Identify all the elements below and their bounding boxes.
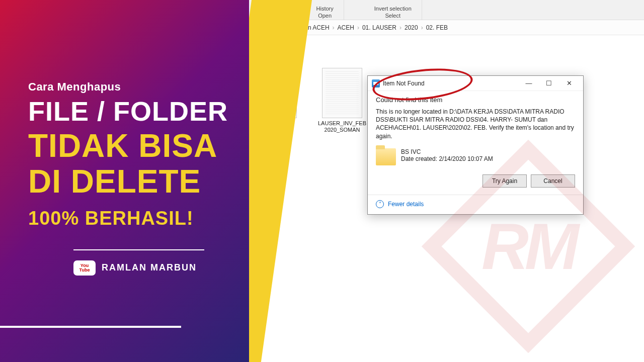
overlay-underline [0,326,181,328]
ribbon-invert-label: Invert selection [374,6,412,12]
ribbon-group-open: History Open [306,0,344,20]
dialog-detail: This is no longer located in D:\DATA KER… [376,108,575,140]
overlay-divider [73,249,204,250]
breadcrumb-item[interactable]: 01. LAUSER [362,24,396,31]
thumbnail-overlay: Cara Menghapus FILE / FOLDER TIDAK BISA … [0,0,249,362]
fewer-details-toggle[interactable]: ˄ Fewer details [368,195,583,214]
ribbon-history-label: History [316,6,334,12]
folder-icon [376,148,396,165]
chevron-right-icon: › [357,24,359,31]
overlay-line-2a: TIDAK BISA [28,130,229,162]
overlay-pretitle: Cara Menghapus [28,80,229,94]
breadcrumb-item[interactable]: 02. FEB [426,24,448,31]
try-again-button[interactable]: Try Again [482,174,527,188]
breadcrumb-item[interactable]: 2020 [405,24,418,31]
file-thumbnail-icon [322,68,362,118]
dialog-folder-date: Date created: 2/14/2020 10:07 AM [401,155,493,162]
maximize-button[interactable]: ☐ [539,76,559,90]
chevron-up-icon: ˄ [376,200,384,208]
dialog-heading: Could not find this item [376,96,575,104]
chevron-right-icon: › [421,24,423,31]
file-label: LAUSER_INV_FEB 2020_SOMAN [317,120,367,133]
dialog-titlebar[interactable]: Item Not Found — ☐ ✕ [368,76,583,91]
chevron-right-icon: › [333,24,335,31]
ribbon-select-label: Select [385,13,400,19]
cancel-button[interactable]: Cancel [531,174,575,188]
overlay-line-3: 100% BERHASIL! [28,208,229,229]
file-item[interactable]: LAUSER_INV_FEB 2020_SOMAN [317,68,367,133]
minimize-button[interactable]: — [519,76,539,90]
error-dialog: Item Not Found — ☐ ✕ Could not find this… [367,75,584,215]
dialog-title: Item Not Found [383,80,425,87]
dialog-folder-name: BS IVC [401,148,493,155]
chevron-right-icon: › [399,24,401,31]
ribbon-open-label: Open [318,13,332,19]
transfer-icon [372,79,380,87]
overlay-line-1: FILE / FOLDER [28,96,229,127]
breadcrumb-item[interactable]: ACEH [338,24,354,31]
youtube-icon [73,260,96,276]
channel-name: RAMLAN MARBUN [102,262,197,273]
overlay-line-2b: DI DELETE [28,165,229,198]
close-button[interactable]: ✕ [559,76,579,90]
fewer-details-label: Fewer details [388,201,424,208]
ribbon-group-select: Invert selection Select [364,0,422,20]
